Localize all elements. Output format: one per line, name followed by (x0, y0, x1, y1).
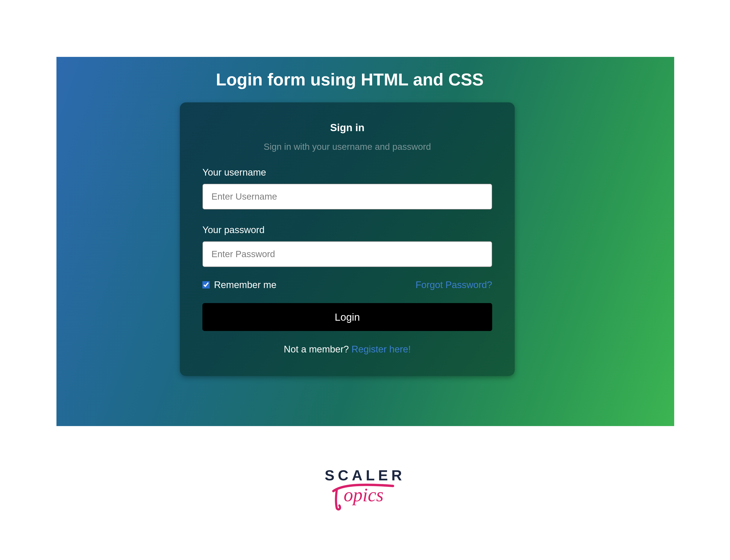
remember-label: Remember me (214, 279, 276, 290)
page-background: Login form using HTML and CSS Sign in Si… (56, 57, 674, 426)
remember-forgot-row: Remember me Forgot Password? (202, 279, 492, 290)
card-heading: Sign in (202, 122, 492, 134)
forgot-password-link[interactable]: Forgot Password? (416, 279, 492, 290)
username-input[interactable] (202, 184, 492, 209)
brand-topics-icon: opics (331, 481, 399, 513)
login-button[interactable]: Login (202, 303, 492, 331)
svg-text:opics: opics (344, 484, 384, 505)
username-label: Your username (202, 167, 492, 178)
brand-logo: SCALER opics (0, 468, 730, 513)
remember-checkbox[interactable] (202, 281, 210, 288)
register-prompt: Not a member? (284, 344, 351, 354)
register-link[interactable]: Register here! (352, 344, 411, 354)
brand-line1: SCALER (0, 468, 730, 483)
page-title: Login form using HTML and CSS (25, 70, 674, 90)
password-input[interactable] (202, 241, 492, 267)
username-group: Your username (202, 167, 492, 209)
register-row: Not a member? Register here! (202, 344, 492, 355)
password-group: Your password (202, 225, 492, 267)
login-card: Sign in Sign in with your username and p… (180, 102, 515, 376)
card-subheading: Sign in with your username and password (202, 142, 492, 152)
remember-group: Remember me (202, 279, 276, 290)
password-label: Your password (202, 225, 492, 235)
